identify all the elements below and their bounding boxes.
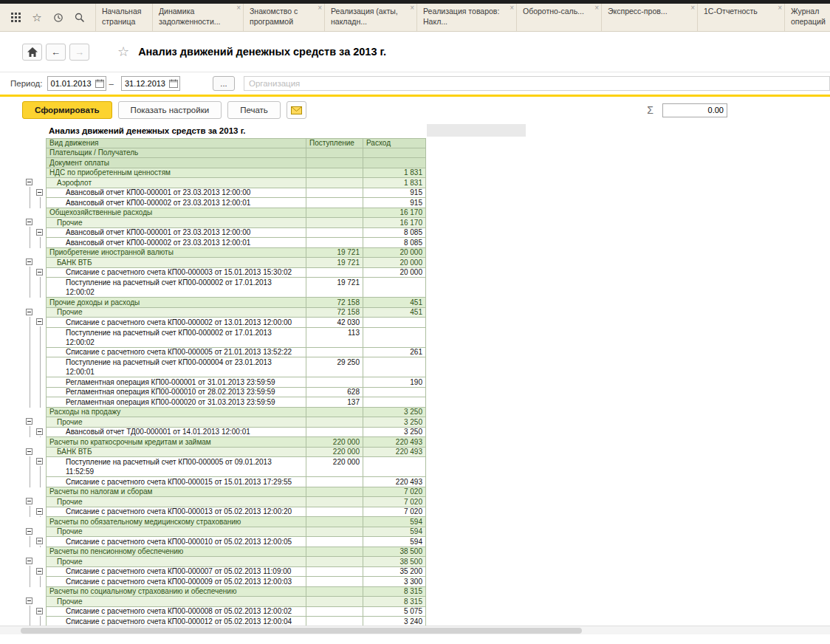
report-cell-income[interactable] [306,228,363,239]
main-menu-icon[interactable] [7,9,24,27]
report-cell-expense[interactable]: 1 831 [363,168,426,179]
report-cell-expense[interactable]: 3 250 [363,408,426,418]
header-kind-of-movement[interactable]: Вид движения [46,138,306,148]
report-cell-expense[interactable]: 20 000 [363,268,426,278]
report-cell-description[interactable]: Приобретение иностранной валюты [46,248,306,258]
report-cell-expense[interactable]: 7 020 [363,487,426,498]
report-cell-expense[interactable]: 35 200 [363,567,426,578]
tab-5[interactable]: Реализация товаров: Накл...× [417,4,517,31]
collapse-minus-icon[interactable] [36,269,43,275]
forward-button[interactable]: → [69,44,89,61]
report-cell-expense[interactable]: 915 [363,188,426,199]
report-cell-expense[interactable]: 3 250 [363,417,426,428]
tab-4[interactable]: Реализация (акты, накладн...× [325,4,417,31]
report-cell-expense[interactable]: 451 [363,298,426,308]
report-cell-description[interactable]: Списание с расчетного счета КП00-000003 … [46,268,306,278]
report-cell-expense[interactable]: 915 [363,198,426,208]
report-cell-income[interactable] [306,417,363,428]
report-cell-income[interactable] [306,497,363,507]
collapse-minus-icon[interactable] [26,528,32,535]
tab-2[interactable]: Динамика задолженности...× [153,4,244,31]
collapse-minus-icon[interactable] [36,428,43,435]
report-cell-income[interactable] [306,507,363,518]
tab-1[interactable]: Начальная страница [96,4,153,31]
report-cell-expense[interactable] [363,357,426,377]
report-cell-income[interactable] [306,178,363,188]
collapse-minus-icon[interactable] [26,448,32,455]
report-cell-description[interactable]: Прочие [46,527,306,538]
report-cell-income[interactable] [306,377,363,388]
report-cell-income[interactable] [306,268,363,278]
horizontal-scrollbar[interactable] [0,626,830,634]
report-cell-description[interactable]: Прочие [46,417,306,428]
report-cell-description[interactable]: БАНК ВТБ [46,258,306,268]
report-cell-income[interactable]: 220 000 [306,457,363,477]
report-cell-expense[interactable] [363,397,426,408]
report-cell-description[interactable]: Авансовый отчет КП00-000001 от 23.03.201… [46,228,306,239]
report-cell-expense[interactable]: 38 500 [363,547,426,558]
report-cell-income[interactable]: 113 [306,328,363,348]
back-button[interactable]: ← [46,44,66,61]
report-cell-income[interactable] [306,198,363,208]
report-cell-expense[interactable]: 8 315 [363,587,426,597]
report-cell-income[interactable] [306,537,363,547]
calendar-icon[interactable] [95,79,104,88]
report-cell-income[interactable] [306,597,363,607]
report-cell-income[interactable]: 220 000 [306,448,363,458]
print-button[interactable]: Печать [227,101,281,119]
collapse-minus-icon[interactable] [36,568,43,575]
report-cell-description[interactable]: Расчеты по пенсионному обеспечению [46,547,306,558]
collapse-minus-icon[interactable] [36,318,43,325]
report-cell-expense[interactable]: 261 [363,348,426,358]
home-button[interactable] [22,44,42,61]
report-cell-expense[interactable]: 16 170 [363,208,426,219]
report-title[interactable]: Анализ движений денежных средств за 2013… [49,126,245,135]
tab-3[interactable]: Знакомство с программой× [244,4,325,31]
report-cell-expense[interactable]: 594 [363,527,426,538]
report-cell-description[interactable]: Прочие [46,308,306,318]
report-cell-expense[interactable]: 7 020 [363,497,426,507]
collapse-minus-icon[interactable] [26,309,32,315]
report-cell-income[interactable]: 72 158 [306,298,363,308]
report-cell-description[interactable]: Авансовый отчет КП00-000002 от 23.03.201… [46,198,306,208]
header-empty-cell[interactable] [363,148,426,159]
report-cell-expense[interactable]: 594 [363,517,426,527]
collapse-minus-icon[interactable] [36,458,43,465]
report-cell-description[interactable]: НДС по приобретенным ценностям [46,168,306,179]
header-empty-cell[interactable] [363,158,426,168]
report-cell-description[interactable]: Регламентная операция КП00-000001 от 31.… [46,377,306,388]
header-income[interactable]: Поступление [306,138,363,148]
report-cell-income[interactable] [306,168,363,179]
report-cell-description[interactable]: Поступление на расчетный счет КП00-00000… [46,278,306,298]
report-cell-expense[interactable]: 3 300 [363,577,426,587]
report-cell-description[interactable]: Регламентная операция КП00-000020 от 31.… [46,397,306,408]
report-cell-income[interactable] [306,408,363,418]
report-cell-description[interactable]: Аэрофлот [46,178,306,188]
report-cell-income[interactable] [306,527,363,538]
report-cell-description[interactable]: Списание с расчетного счета КП00-000013 … [46,507,306,518]
tab-close-icon[interactable]: × [410,4,414,12]
date-to-field[interactable]: 31.12.2013 [121,76,180,91]
report-cell-description[interactable]: Списание с расчетного счета КП00-000005 … [46,348,306,358]
report-cell-income[interactable] [306,238,363,248]
report-cell-expense[interactable]: 220 493 [363,448,426,458]
collapse-minus-icon[interactable] [26,179,32,185]
report-cell-description[interactable]: Списание с расчетного счета КП00-000012 … [46,617,306,626]
collapse-minus-icon[interactable] [36,229,43,236]
report-cell-expense[interactable]: 20 000 [363,258,426,268]
report-cell-description[interactable]: Списание с расчетного счета КП00-000010 … [46,537,306,547]
sum-field[interactable]: 0.00 [662,103,727,117]
header-empty-cell[interactable] [306,148,363,159]
report-cell-description[interactable]: Общехозяйственные расходы [46,208,306,219]
report-cell-income[interactable]: 137 [306,397,363,408]
report-cell-income[interactable]: 628 [306,388,363,398]
report-cell-description[interactable]: БАНК ВТБ [46,448,306,458]
report-cell-income[interactable] [306,477,363,487]
report-cell-expense[interactable] [363,278,426,298]
collapse-minus-icon[interactable] [26,258,32,265]
collapse-minus-icon[interactable] [36,538,43,544]
collapse-minus-icon[interactable] [26,558,32,564]
header-payment-document[interactable]: Документ оплаты [46,158,306,168]
tab-close-icon[interactable]: × [690,4,695,12]
report-cell-income[interactable] [306,428,363,438]
